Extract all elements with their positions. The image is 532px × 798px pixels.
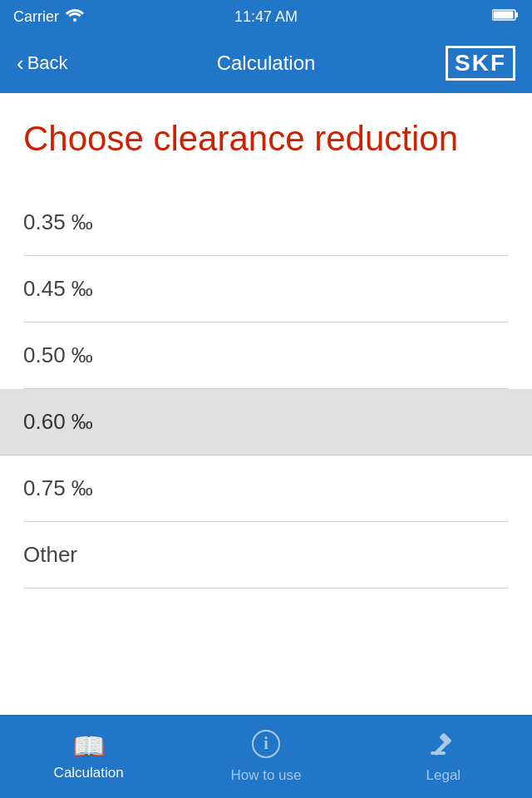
tab-legal[interactable]: Legal <box>355 716 532 798</box>
nav-bar: ‹ Back Calculation SKF <box>0 33 532 93</box>
list-item-label: Other <box>23 542 77 568</box>
skf-logo: SKF <box>446 46 515 81</box>
carrier-label: Carrier <box>13 8 59 26</box>
status-bar: Carrier 11:47 AM <box>0 0 532 33</box>
list-item-label: 0.35 ‰ <box>23 209 93 235</box>
svg-rect-3 <box>494 11 514 18</box>
list-item[interactable]: Other <box>23 522 509 589</box>
back-label: Back <box>27 52 68 74</box>
list-item[interactable]: 0.45 ‰ <box>23 256 509 323</box>
gavel-icon <box>429 730 457 762</box>
list-item-selected[interactable]: 0.60 ‰ <box>0 389 532 456</box>
tab-legal-label: Legal <box>426 767 461 784</box>
status-bar-right <box>492 8 519 26</box>
status-bar-time: 11:47 AM <box>234 8 298 26</box>
tab-bar: 📖 Calculation i How to use Legal <box>0 715 532 798</box>
nav-title: Calculation <box>217 52 316 75</box>
tab-how-to-use-label: How to use <box>230 767 301 784</box>
back-button[interactable]: ‹ Back <box>17 51 68 76</box>
battery-icon <box>492 8 519 26</box>
list-item[interactable]: 0.50 ‰ <box>23 323 509 389</box>
list-item-label: 0.60 ‰ <box>23 409 93 435</box>
wifi-icon <box>66 8 84 26</box>
info-icon: i <box>252 730 280 762</box>
list-item[interactable]: 0.35 ‰ <box>23 190 509 256</box>
clearance-list: 0.35 ‰ 0.45 ‰ 0.50 ‰ 0.60 ‰ 0.75 ‰ Other <box>23 190 509 589</box>
list-item-label: 0.45 ‰ <box>23 276 93 302</box>
svg-rect-7 <box>440 732 453 746</box>
list-item-label: 0.75 ‰ <box>23 475 93 501</box>
tab-calculation[interactable]: 📖 Calculation <box>0 716 177 798</box>
svg-point-0 <box>73 18 76 22</box>
svg-rect-8 <box>431 751 446 755</box>
list-item[interactable]: 0.75 ‰ <box>23 456 509 522</box>
book-icon: 📖 <box>72 733 106 760</box>
svg-text:i: i <box>264 734 268 752</box>
tab-how-to-use[interactable]: i How to use <box>177 716 354 798</box>
list-item-label: 0.50 ‰ <box>23 342 93 368</box>
status-bar-left: Carrier <box>13 8 84 26</box>
back-chevron-icon: ‹ <box>17 51 24 76</box>
main-content: Choose clearance reduction 0.35 ‰ 0.45 ‰… <box>0 93 532 589</box>
svg-rect-2 <box>515 12 518 17</box>
page-title: Choose clearance reduction <box>23 118 509 160</box>
tab-calculation-label: Calculation <box>54 765 124 781</box>
